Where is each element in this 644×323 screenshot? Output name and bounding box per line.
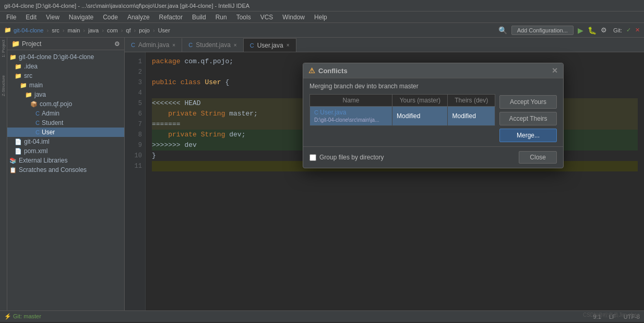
conflicts-dialog: ⚠ Conflicts ✕ Merging branch dev into br… xyxy=(303,63,564,168)
tree-item-1[interactable]: 📁.idea xyxy=(7,62,124,71)
dialog-title-icon: ⚠ xyxy=(308,66,315,75)
breadcrumb-src[interactable]: src xyxy=(52,27,59,33)
accept-yours-button[interactable]: Accept Yours xyxy=(499,95,557,109)
menu-item-analyze[interactable]: Analyze xyxy=(123,13,154,22)
breadcrumb-pojo[interactable]: pojo xyxy=(139,27,150,33)
conflicts-table: Name Yours (master) Theirs (dev) C User.… xyxy=(309,94,495,126)
tab-close-0[interactable]: × xyxy=(172,42,175,48)
run-icon[interactable]: ▶ xyxy=(578,26,583,34)
conflicts-table-body: C User.java D:\git-04-clone\src\main\ja.… xyxy=(310,107,495,126)
group-files-checkbox[interactable] xyxy=(309,154,316,161)
col-yours: Yours (master) xyxy=(392,95,448,107)
tree-item-12[interactable]: 📋Scratches and Consoles xyxy=(7,165,124,175)
project-folder-icon: 📁 xyxy=(11,40,20,48)
menu-item-help[interactable]: Help xyxy=(310,13,331,22)
dialog-close-icon[interactable]: ✕ xyxy=(552,66,558,75)
breadcrumb-main[interactable]: main xyxy=(68,27,80,33)
menu-item-tools[interactable]: Tools xyxy=(232,13,255,22)
structure-side-label[interactable]: Z-Structure xyxy=(1,75,6,96)
menu-item-code[interactable]: Code xyxy=(99,13,122,22)
menu-bar: FileEditViewNavigateCodeAnalyzeRefactorB… xyxy=(0,11,644,23)
tab-label-0: Admin.java xyxy=(138,41,169,49)
side-panel-left: 1: Project Z-Structure xyxy=(0,38,7,310)
accept-theirs-button[interactable]: Accept Theirs xyxy=(499,112,557,125)
line-num-8: 8 xyxy=(125,130,142,140)
line-num-6: 6 xyxy=(125,109,142,119)
dialog-footer: Group files by directory Close xyxy=(303,146,563,168)
project-settings-icon[interactable]: ⚙ xyxy=(114,40,120,48)
line-num-9: 9 xyxy=(125,140,142,151)
conflict-yours-0: Modified xyxy=(392,107,448,126)
breadcrumb-folder-icon: 📁 xyxy=(4,27,11,33)
toolbar-right: 🔍 Add Configuration... ▶ 🐛 ⚙ Git: ✓ ✕ xyxy=(498,26,640,35)
col-theirs: Theirs (dev) xyxy=(448,95,495,107)
line-num-10: 10 xyxy=(125,151,142,161)
tree-item-6[interactable]: CAdmin xyxy=(7,109,124,118)
tab-label-2: User.java xyxy=(257,42,283,49)
tree-item-8[interactable]: CUser xyxy=(7,128,124,137)
conflict-row-0[interactable]: C User.java D:\git-04-clone\src\main\ja.… xyxy=(310,107,495,126)
col-name: Name xyxy=(310,95,392,107)
search-icon[interactable]: 🔍 xyxy=(498,26,507,34)
merge-button[interactable]: Merge... xyxy=(499,129,557,142)
close-dialog-button[interactable]: Close xyxy=(519,151,557,164)
breadcrumb-git[interactable]: git-04-clone xyxy=(14,27,43,33)
menu-item-edit[interactable]: Edit xyxy=(21,13,41,22)
breadcrumb-com[interactable]: com xyxy=(107,27,118,33)
dialog-titlebar: ⚠ Conflicts ✕ xyxy=(303,63,563,78)
menu-item-run[interactable]: Run xyxy=(211,13,231,22)
menu-item-file[interactable]: File xyxy=(2,13,20,22)
group-files-label[interactable]: Group files by directory xyxy=(309,154,384,161)
tab-close-1[interactable]: × xyxy=(234,42,237,48)
tree-item-5[interactable]: 📦com.qf.pojo xyxy=(7,99,124,109)
project-header: 📁 Project ⚙ xyxy=(7,38,124,50)
tab-Student-java[interactable]: CStudent.java× xyxy=(182,38,244,52)
tree-item-3[interactable]: 📁main xyxy=(7,80,124,90)
git-branch-status: ⚡ Git: master xyxy=(4,313,41,320)
tab-icon-2: C xyxy=(250,42,254,49)
menu-item-vcs[interactable]: VCS xyxy=(256,13,278,22)
tree-item-11[interactable]: 📚External Libraries xyxy=(7,156,124,165)
project-title: Project xyxy=(22,40,41,48)
git-x-icon[interactable]: ✕ xyxy=(635,27,640,33)
conflict-theirs-0: Modified xyxy=(448,107,495,126)
tree-item-7[interactable]: CStudent xyxy=(7,118,124,128)
breadcrumb-qf[interactable]: qf xyxy=(126,27,130,33)
build-icon[interactable]: ⚙ xyxy=(601,26,607,34)
tab-icon-1: C xyxy=(188,42,193,48)
menu-item-refactor[interactable]: Refactor xyxy=(155,13,187,22)
menu-item-window[interactable]: Window xyxy=(278,13,309,22)
project-panel: 📁 Project ⚙ 📁git-04-clone D:\git-04-clon… xyxy=(7,38,125,310)
menu-item-navigate[interactable]: Navigate xyxy=(65,13,98,22)
dialog-body: Name Yours (master) Theirs (dev) C User.… xyxy=(303,94,563,146)
menu-item-view[interactable]: View xyxy=(42,13,64,22)
project-side-label[interactable]: 1: Project xyxy=(1,40,6,57)
project-tree: 📁git-04-clone D:\git-04-clone 📁.idea 📁sr… xyxy=(7,50,124,310)
tab-User-java[interactable]: CUser.java× xyxy=(244,38,296,52)
tree-item-2[interactable]: 📁src xyxy=(7,71,124,80)
conflict-file-path-0: D:\git-04-clone\src\main\ja... xyxy=(314,117,379,123)
line-num-11: 11 xyxy=(125,161,142,171)
tree-item-4[interactable]: 📁java xyxy=(7,90,124,99)
tree-item-0[interactable]: 📁git-04-clone D:\git-04-clone xyxy=(7,52,124,62)
status-bar: ⚡ Git: master 9:1 LF UTF-8 xyxy=(0,310,644,322)
tab-Admin-java[interactable]: CAdmin.java× xyxy=(125,38,182,52)
run-config-button[interactable]: Add Configuration... xyxy=(511,26,574,35)
tab-close-2[interactable]: × xyxy=(287,42,290,48)
tree-item-10[interactable]: 📄pom.xml xyxy=(7,146,124,156)
git-check-icon[interactable]: ✓ xyxy=(626,27,631,33)
title-bar: git-04-clone [D:\git-04-clone] - ...\src… xyxy=(0,0,644,11)
tree-item-9[interactable]: 📄git-04.iml xyxy=(7,137,124,146)
dialog-buttons: Accept Yours Accept Theirs Merge... xyxy=(499,94,557,142)
dialog-subtitle: Merging branch dev into branch master xyxy=(303,78,563,94)
menu-item-build[interactable]: Build xyxy=(188,13,210,22)
line-num-4: 4 xyxy=(125,88,142,98)
tabs-bar: CAdmin.java×CStudent.java×CUser.java× xyxy=(125,38,644,52)
toolbar: 📁 git-04-clone › src › main › java › com… xyxy=(0,23,644,38)
group-files-text: Group files by directory xyxy=(319,154,384,161)
line-num-7: 7 xyxy=(125,119,142,130)
breadcrumb-user[interactable]: User xyxy=(158,27,170,33)
debug-icon[interactable]: 🐛 xyxy=(588,26,597,34)
breadcrumb-java[interactable]: java xyxy=(88,27,99,33)
line-num-5: 5 xyxy=(125,98,142,109)
